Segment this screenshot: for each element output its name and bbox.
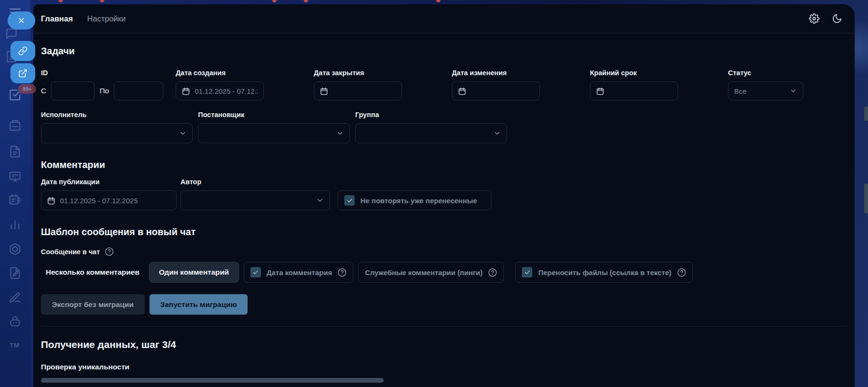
deadline-input[interactable] [590,81,678,100]
publish-date-filter: Дата публикации 01.12.2025 - 07.12.2025 [41,178,177,210]
id-from-input[interactable] [51,81,95,100]
copy-link-button[interactable] [10,41,35,61]
sidebar-item-archive[interactable] [9,119,21,132]
created-date-filter: Дата создания 01.12.2025 - 07.12.2025 [176,69,264,100]
chevron-down-icon [336,129,344,137]
id-to-input[interactable] [114,81,163,100]
creator-select[interactable] [198,123,350,143]
calendar-icon [320,87,328,95]
header-icons [809,13,842,24]
help-icon[interactable] [677,268,686,277]
author-filter: Автор [180,178,330,210]
notification-dot [59,0,63,2]
tab-settings[interactable]: Настройки [87,14,126,23]
open-external-button[interactable] [10,63,35,83]
checkbox-checked-icon [344,195,355,206]
notification-dot [272,0,277,2]
bot-icon [9,315,21,328]
id-filter: ID С По [41,69,176,100]
start-migration-button[interactable]: Запустить миграцию [150,294,248,315]
assignee-select[interactable] [41,123,193,143]
chevron-down-icon [789,87,797,95]
close-button[interactable] [8,11,35,30]
chevron-down-icon [316,197,324,204]
export-without-migration-button[interactable]: Экспорт без миграции [41,294,145,315]
sidebar-item-modules[interactable] [9,243,21,256]
bar-chart-icon [9,218,21,231]
group-select[interactable] [355,123,507,143]
calendar-icon [596,87,604,95]
dark-mode-moon-icon[interactable] [832,13,842,24]
document-edit-icon [9,267,21,279]
id-label: ID [41,69,176,77]
sidebar-item-tm[interactable]: TM [10,341,20,349]
id-to-label: По [100,87,109,95]
file-icon [9,145,21,158]
id-from-label: С [41,87,46,95]
status-filter: Статус Все [728,69,803,100]
sidebar-item-contracts[interactable] [9,267,21,279]
tasks-filter-row: ID С По Дата создания 01.12.2025 - 07.1 [41,69,847,100]
checkbox-checked-icon [250,267,261,278]
sidebar-item-documents[interactable] [9,145,21,158]
presentation-board-icon [9,170,21,183]
checkbox-checked-icon [522,267,532,278]
publish-date-input[interactable]: 01.12.2025 - 07.12.2025 [41,190,177,210]
transfer-files-checkbox[interactable]: Переносить файлы (ссылка в тексте) [515,262,693,283]
progress-bar-fill [41,378,384,383]
progress-task-label: Проверка уникальности [41,363,847,371]
scrollbar-fragment [864,107,868,121]
calendar-icon [47,197,55,205]
external-link-icon [18,69,28,78]
status-select[interactable]: Все [728,81,803,100]
service-comments-option[interactable]: Служебные комментарии (пинги) [358,262,504,283]
assignee-filter: Исполнитель [41,111,193,143]
help-icon[interactable] [105,247,114,256]
notification-dot [100,0,104,2]
link-icon [18,46,28,56]
message-label-row: Сообщение в чат [41,247,847,256]
calendar-icon [182,87,190,95]
closed-date-input[interactable] [314,81,402,100]
mode-single-comment-button[interactable]: Один комментарий [149,262,239,283]
creator-filter: Постановщик [198,111,350,143]
help-icon[interactable] [338,268,347,277]
sidebar-item-analytics[interactable] [9,218,21,231]
mode-multiple-comments-button[interactable]: Несколько комментариев [41,262,144,283]
help-icon[interactable] [488,268,497,277]
comments-filter-row: Дата публикации 01.12.2025 - 07.12.2025 … [41,178,847,210]
close-icon [17,16,26,25]
skip-migrated-checkbox[interactable]: Не повторять уже перенесенные [338,190,491,210]
tasks-counter-badge: 99+ [18,84,36,94]
deadline-filter: Крайний срок [590,69,678,100]
created-date-input[interactable]: 01.12.2025 - 07.12.2025 [176,81,264,100]
settings-gear-icon[interactable] [809,13,819,24]
sidebar-item-presentation[interactable] [9,170,21,183]
message-label: Сообщение в чат [41,248,100,256]
sidebar-item-planner[interactable] [9,193,21,206]
modified-date-input[interactable] [452,81,540,100]
chevron-down-icon [493,129,501,137]
author-select[interactable] [180,190,330,210]
tasks-section-title: Задачи [41,46,847,57]
panel-content: Задачи ID С По Дата создания [33,33,855,383]
section-divider [41,326,847,327]
group-filter: Группа [355,111,507,143]
sidebar-item-sign[interactable] [9,291,21,304]
comment-mode-row: Несколько комментариев Один комментарий … [41,262,847,283]
chevron-down-icon [179,129,187,137]
sidebar-item-tasks[interactable]: 99+ [9,89,21,101]
actions-row: Экспорт без миграции Запустить миграцию [41,294,847,315]
notification-dot [436,0,440,2]
panel-header: Главная Настройки [33,4,855,33]
hexagon-icon [9,243,21,256]
migration-panel: Главная Настройки Задачи ID С По [33,4,855,387]
modified-date-filter: Дата изменения [452,69,540,100]
notification-dot [304,0,308,2]
tab-main[interactable]: Главная [41,14,73,23]
comment-date-checkbox[interactable]: Дата комментария [244,262,354,283]
sidebar-item-bots[interactable] [9,315,21,328]
planner-icon [9,193,21,206]
progress-title: Получение данных, шаг 3/4 [41,339,847,350]
template-section-title: Шаблон сообщения в новый чат [41,227,847,238]
